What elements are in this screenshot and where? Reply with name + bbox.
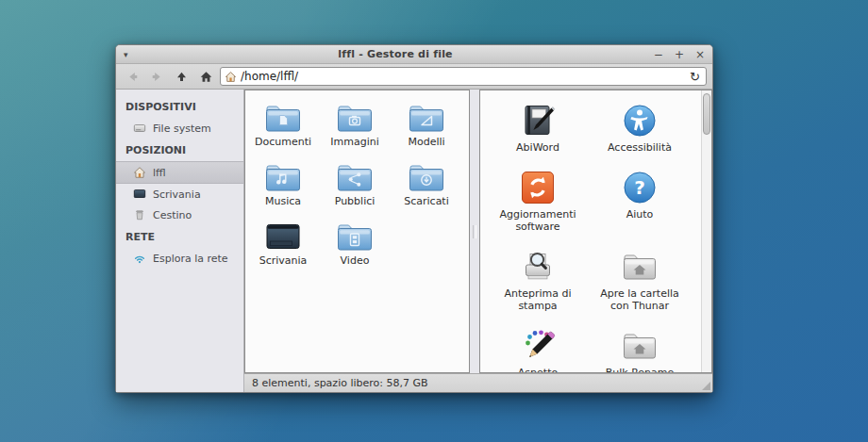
- sidebar-header-devices: DISPOSITIVI: [116, 95, 243, 118]
- folder-music-icon: [264, 161, 302, 193]
- folder-label: Video: [341, 254, 370, 267]
- network-icon: [133, 252, 146, 265]
- app-aiuto[interactable]: ? Aiuto: [592, 169, 688, 233]
- close-button[interactable]: ×: [695, 49, 705, 60]
- folder-label: Pubblici: [335, 195, 376, 207]
- sidebar-item-label: Scrivania: [153, 188, 201, 201]
- sidebar-item-trash[interactable]: Cestino: [116, 205, 243, 225]
- drive-icon: [133, 122, 146, 135]
- app-label: Bulk Rename: [606, 367, 675, 372]
- accessibility-icon: [621, 102, 659, 139]
- app-label: Aiuto: [626, 208, 654, 221]
- toolbar: ↻: [116, 64, 712, 90]
- scrollbar-thumb[interactable]: [703, 93, 710, 135]
- folder-immagini[interactable]: Immagini: [323, 102, 387, 148]
- app-anteprima-di-stampa[interactable]: Anteprima di stampa: [490, 248, 586, 312]
- app-aggiornamenti-software[interactable]: Aggiornamenti software: [490, 169, 586, 233]
- folder-videos-icon: [336, 221, 374, 253]
- abiword-icon: [519, 102, 557, 139]
- vertical-scrollbar[interactable]: [701, 90, 711, 372]
- path-home-icon: [225, 71, 237, 83]
- folder-documenti[interactable]: Documenti: [251, 102, 315, 148]
- sidebar-item-label: File system: [153, 123, 211, 135]
- app-bulk-rename[interactable]: Bulk Rename: [592, 327, 688, 372]
- splitter-grip-icon: [473, 225, 476, 238]
- sidebar-item-label: lffl: [153, 167, 166, 179]
- app-label: Apre la cartella con Thunar: [592, 287, 688, 312]
- trash-icon: [133, 208, 146, 221]
- sidebar-item-home[interactable]: lffl: [116, 161, 243, 184]
- folder-templates-icon: [408, 102, 445, 134]
- statusbar: 8 elementi, spazio libero: 58,7 GB: [244, 373, 712, 392]
- app-label: Aggiornamenti software: [490, 208, 586, 233]
- folder-view-pane[interactable]: Documenti: [244, 90, 470, 373]
- sidebar-item-browse-network[interactable]: Esplora la rete: [116, 248, 243, 269]
- sidebar-item-label: Cestino: [153, 209, 192, 221]
- folder-pictures-icon: [336, 102, 374, 134]
- window-menu-icon[interactable]: ▾: [124, 50, 142, 59]
- sidebar: DISPOSITIVI File system POSIZIONI lffl: [116, 90, 244, 392]
- folder-label: Immagini: [330, 136, 378, 148]
- status-text: 8 elementi, spazio libero: 58,7 GB: [252, 377, 428, 389]
- pane-splitter[interactable]: [470, 90, 479, 373]
- file-manager-window: ▾ lffl - Gestore di file − + ×: [115, 44, 713, 393]
- sidebar-header-places: POSIZIONI: [116, 139, 243, 161]
- folder-label: Musica: [265, 195, 301, 207]
- up-arrow-icon: [175, 70, 189, 84]
- reload-icon[interactable]: ↻: [688, 70, 702, 84]
- desktop-background: ▾ lffl - Gestore di file − + ×: [0, 0, 868, 442]
- app-label: Accessibilità: [608, 141, 672, 154]
- home-icon: [133, 166, 146, 179]
- app-aspetto[interactable]: Aspetto: [490, 327, 586, 372]
- folder-label: Scaricati: [404, 195, 449, 207]
- location-bar[interactable]: ↻: [220, 67, 707, 86]
- app-abiword[interactable]: AbiWord: [490, 102, 586, 154]
- desktop-folder-icon: [264, 221, 302, 253]
- forward-button[interactable]: [146, 67, 167, 86]
- desktop-icon: [133, 188, 146, 201]
- app-accessibilita[interactable]: Accessibilità: [592, 102, 688, 154]
- app-apre-cartella-thunar[interactable]: Apre la cartella con Thunar: [592, 248, 688, 312]
- minimize-button[interactable]: −: [654, 49, 663, 60]
- apps-view-pane[interactable]: AbiWord Accessibilità: [479, 90, 712, 373]
- folder-documents-icon: [264, 102, 302, 134]
- home-button[interactable]: [195, 67, 216, 86]
- folder-scrivania[interactable]: Scrivania: [251, 221, 315, 267]
- app-label: Anteprima di stampa: [490, 287, 586, 312]
- help-icon: ?: [621, 169, 659, 206]
- folder-label: Scrivania: [259, 254, 308, 267]
- app-label: AbiWord: [516, 141, 559, 154]
- sidebar-header-network: RETE: [116, 225, 243, 248]
- resize-grip-icon[interactable]: [702, 382, 710, 390]
- sidebar-item-file-system[interactable]: File system: [116, 118, 243, 139]
- window-title: lffl - Gestore di file: [142, 48, 648, 60]
- folder-label: Modelli: [408, 136, 444, 148]
- software-update-icon: [519, 169, 557, 206]
- back-button[interactable]: [122, 67, 142, 86]
- folder-pubblici[interactable]: Pubblici: [323, 161, 387, 207]
- folder-modelli[interactable]: Modelli: [394, 102, 459, 148]
- folder-scaricati[interactable]: Scaricati: [394, 161, 459, 207]
- folder-label: Documenti: [255, 136, 311, 148]
- print-preview-icon: [519, 248, 557, 286]
- folder-video[interactable]: Video: [323, 221, 387, 267]
- folder-musica[interactable]: Musica: [251, 161, 315, 207]
- folder-public-icon: [336, 161, 374, 193]
- sidebar-item-label: Esplora la rete: [153, 253, 228, 265]
- sidebar-item-desktop[interactable]: Scrivania: [116, 184, 243, 205]
- up-button[interactable]: [171, 67, 192, 86]
- maximize-button[interactable]: +: [675, 49, 684, 60]
- app-label: Aspetto: [518, 367, 558, 372]
- folder-downloads-icon: [408, 161, 445, 193]
- titlebar[interactable]: ▾ lffl - Gestore di file − + ×: [116, 45, 712, 64]
- appearance-icon: [519, 327, 557, 365]
- svg-text:?: ?: [634, 176, 645, 199]
- forward-arrow-icon: [150, 70, 164, 84]
- back-arrow-icon: [125, 70, 140, 84]
- bulk-rename-icon: [621, 327, 659, 365]
- home-icon: [199, 70, 213, 84]
- path-input[interactable]: [241, 70, 684, 83]
- thunar-folder-icon: [621, 248, 659, 286]
